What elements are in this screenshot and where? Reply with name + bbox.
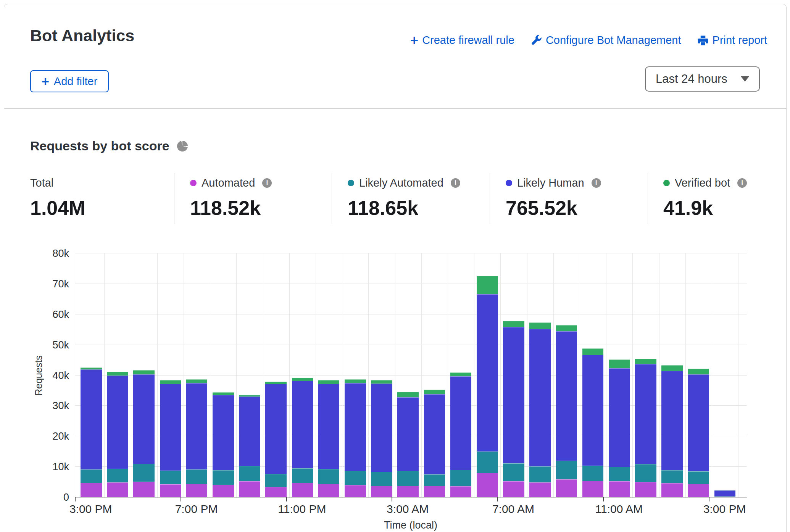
bar-segment-automated <box>529 482 551 497</box>
bar-stack[interactable] <box>688 369 709 497</box>
y-tick-label: 40k <box>52 370 69 381</box>
bar-segment-likely-automated <box>661 470 683 483</box>
bar-stack[interactable] <box>397 392 419 497</box>
bar-segment-likely-automated <box>529 466 551 482</box>
bar-segment-verified-bot <box>133 370 155 374</box>
y-tick-label: 30k <box>52 400 69 411</box>
bar-segment-automated <box>239 481 260 497</box>
likely-automated-legend-dot <box>348 180 354 186</box>
bar-segment-automated <box>661 483 683 497</box>
bar-segment-verified-bot <box>556 325 577 331</box>
bar-segment-likely-automated <box>265 474 287 487</box>
y-tick-label: 10k <box>52 461 69 472</box>
bar-segment-likely-human <box>397 397 419 471</box>
bar-stack[interactable] <box>160 380 181 497</box>
bar-stack[interactable] <box>345 379 366 497</box>
page-title: Bot Analytics <box>30 26 134 45</box>
bar-stack[interactable] <box>318 380 340 497</box>
bar-segment-verified-bot <box>688 369 709 374</box>
bar-stack[interactable] <box>661 365 683 497</box>
bar-segment-likely-human <box>503 327 524 463</box>
add-filter-button[interactable]: + Add filter <box>30 70 109 92</box>
bar-segment-likely-automated <box>503 463 524 482</box>
stat-divider <box>332 173 332 224</box>
bar-stack[interactable] <box>529 322 551 497</box>
bar-segment-likely-automated <box>582 466 604 481</box>
wrench-icon <box>530 35 542 46</box>
bar-segment-likely-automated <box>239 466 260 482</box>
bar-segment-automated <box>477 473 498 497</box>
bar-segment-verified-bot <box>318 380 340 384</box>
x-tick <box>392 497 392 501</box>
bar-stack[interactable] <box>265 382 287 497</box>
stat-likely-human: Likely Human i 765.52k <box>506 176 601 219</box>
gridline-vertical <box>236 253 237 497</box>
bar-segment-automated <box>160 484 181 497</box>
bar-segment-likely-human <box>556 331 577 461</box>
info-icon[interactable]: i <box>262 178 272 188</box>
bar-stack[interactable] <box>186 379 208 497</box>
stat-likely-human-value: 765.52k <box>506 197 601 219</box>
bar-stack[interactable] <box>81 368 102 497</box>
info-icon[interactable]: i <box>451 178 460 188</box>
bar-segment-likely-automated <box>371 472 392 486</box>
bar-stack[interactable] <box>450 372 472 497</box>
y-tick-label: 50k <box>52 339 69 351</box>
bar-segment-verified-bot <box>450 372 472 376</box>
bar-stack[interactable] <box>292 378 313 497</box>
bar-segment-likely-automated <box>609 467 630 481</box>
gridline-vertical <box>632 253 633 497</box>
bar-stack[interactable] <box>582 348 604 497</box>
info-icon[interactable]: i <box>737 178 747 188</box>
bar-stack[interactable] <box>714 490 736 497</box>
bar-segment-verified-bot <box>371 380 392 384</box>
time-range-select[interactable]: Last 24 hours <box>645 66 760 92</box>
gridline-vertical <box>738 253 738 497</box>
y-tick-label: 80k <box>52 248 69 259</box>
bar-stack[interactable] <box>239 395 260 497</box>
chevron-down-icon <box>741 76 749 82</box>
bar-segment-likely-human <box>107 376 128 469</box>
bar-stack[interactable] <box>635 359 656 497</box>
create-firewall-rule-link[interactable]: + Create firewall rule <box>410 34 514 47</box>
stat-automated: Automated i 118.52k <box>190 176 272 219</box>
gridline-vertical <box>712 253 712 497</box>
stat-total-label: Total <box>30 177 53 189</box>
print-report-link[interactable]: Print report <box>697 34 767 47</box>
verified-bot-legend-dot <box>663 180 670 186</box>
bar-stack[interactable] <box>213 392 234 497</box>
bar-segment-likely-automated <box>186 469 208 484</box>
x-axis-labels: 3:00 PM7:00 PM11:00 PM3:00 AM7:00 AM11:0… <box>75 503 746 516</box>
bar-stack[interactable] <box>556 325 577 497</box>
bar-segment-likely-automated <box>345 471 366 485</box>
bar-segment-likely-automated <box>107 469 128 482</box>
bar-segment-likely-human <box>213 395 234 470</box>
bar-segment-automated <box>424 486 445 497</box>
bar-segment-likely-automated <box>318 469 340 484</box>
bar-segment-likely-human <box>239 397 260 466</box>
automated-legend-dot <box>190 180 197 186</box>
bar-segment-verified-bot <box>635 359 656 364</box>
gridline-horizontal <box>75 284 747 284</box>
stat-divider <box>490 173 490 224</box>
bar-segment-automated <box>133 482 155 497</box>
gridline-vertical <box>395 253 395 497</box>
stat-automated-value: 118.52k <box>190 197 272 219</box>
gridline-vertical <box>553 253 554 497</box>
gridline-vertical <box>368 253 369 497</box>
bar-segment-automated <box>345 485 366 497</box>
bar-stack[interactable] <box>477 276 498 497</box>
bar-stack[interactable] <box>424 390 445 497</box>
bar-segment-automated <box>265 487 287 497</box>
bar-stack[interactable] <box>609 360 630 497</box>
bar-segment-likely-automated <box>81 469 102 483</box>
stat-likely-automated-value: 118.65k <box>348 197 460 219</box>
info-icon[interactable]: i <box>592 178 601 188</box>
stat-divider <box>648 173 648 224</box>
bar-stack[interactable] <box>503 321 524 497</box>
bar-stack[interactable] <box>371 380 392 497</box>
bar-stack[interactable] <box>133 370 155 497</box>
bar-segment-likely-human <box>160 384 181 471</box>
configure-bot-management-link[interactable]: Configure Bot Management <box>530 34 681 47</box>
bar-stack[interactable] <box>107 372 128 497</box>
